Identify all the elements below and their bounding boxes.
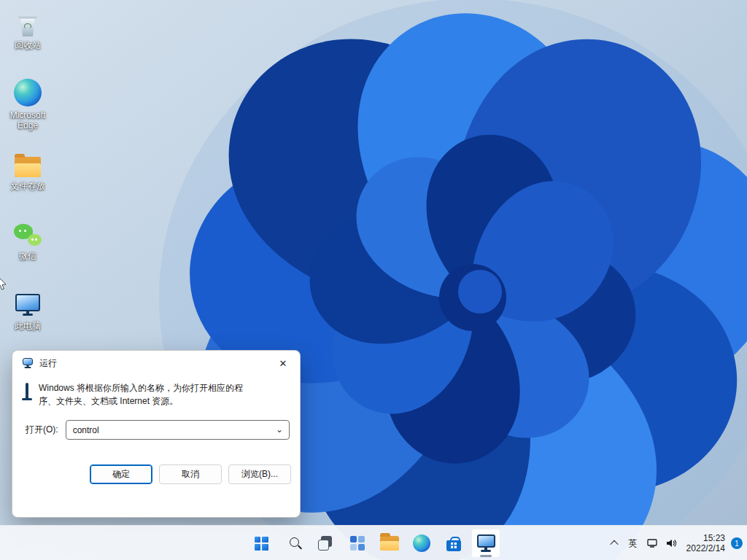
store-button[interactable] [439,529,468,558]
search-button[interactable] [279,529,308,558]
clock[interactable]: 15:23 2022/2/14 [681,533,729,553]
taskbar: 英 15:23 2022/2/14 1 [0,525,747,560]
run-app-icon [477,534,495,548]
desktop: 回收站 Microsoft Edge 文件存放 微信 此电脑 [0,0,747,560]
volume-button[interactable] [662,530,681,556]
desktop-icon-file-storage[interactable]: 文件存放 [0,145,55,201]
desktop-icon-label: 回收站 [15,40,41,50]
run-dialog-title-icon [23,358,33,365]
desktop-icon-column: 回收站 Microsoft Edge 文件存放 微信 此电脑 [0,4,55,341]
cancel-button[interactable]: 取消 [159,464,222,484]
desktop-icon-recycle-bin[interactable]: 回收站 [0,4,55,60]
run-combobox: ⌄ [66,420,290,440]
file-explorer-icon [380,536,399,551]
desktop-icon-label: 文件存放 [10,181,45,191]
network-icon [646,537,658,549]
tray-date: 2022/2/14 [686,543,725,553]
edge-icon [14,74,42,106]
run-input[interactable] [66,420,290,440]
close-icon[interactable]: ✕ [266,351,300,376]
speaker-icon [665,537,677,549]
run-dialog: 运行 ✕ Windows 将根据你所输入的名称，为你打开相应的程序、文件夹、文档… [12,350,301,518]
edge-button[interactable] [407,529,436,558]
monitor-icon [15,285,40,317]
start-button[interactable] [247,529,276,558]
task-view-button[interactable] [311,529,340,558]
desktop-icon-label: 此电脑 [15,321,41,331]
desktop-icon-edge[interactable]: Microsoft Edge [0,74,55,131]
run-dialog-description: Windows 将根据你所输入的名称，为你打开相应的程序、文件夹、文档或 Int… [39,380,258,408]
hidden-icons-button[interactable] [605,530,624,556]
desktop-icon-label: Microsoft Edge [3,110,53,131]
edge-icon [413,534,430,552]
search-icon [290,537,299,547]
recycle-bin-icon [18,4,37,36]
widgets-button[interactable] [343,529,372,558]
task-view-icon [318,536,333,551]
ok-button[interactable]: 确定 [90,464,152,484]
run-dialog-titlebar[interactable]: 运行 ✕ [12,351,300,376]
open-label: 打开(O): [26,424,58,436]
folder-icon [15,145,41,177]
store-icon [446,540,461,551]
widgets-icon [350,536,365,551]
chevron-up-icon [610,540,618,548]
tray-time: 15:23 [686,533,725,543]
run-dialog-title: 运行 [39,357,57,370]
desktop-icon-wechat[interactable]: 微信 [0,215,55,271]
run-dialog-app-icon [26,380,28,408]
wechat-icon [14,215,42,247]
browse-button[interactable]: 浏览(B)... [228,464,291,484]
desktop-icon-label: 微信 [19,251,36,261]
notification-count-badge[interactable]: 1 [731,537,743,549]
desktop-icon-this-pc[interactable]: 此电脑 [0,285,55,341]
network-button[interactable] [643,530,662,556]
ime-indicator[interactable]: 英 [624,530,643,556]
windows-logo-icon [255,537,268,551]
run-app-button[interactable] [471,529,500,558]
file-explorer-button[interactable] [375,529,404,558]
